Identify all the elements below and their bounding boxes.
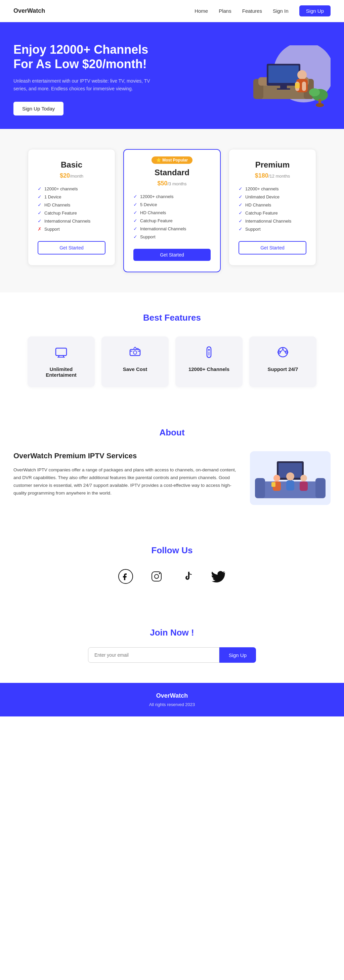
plan-price: $180/12 months [239,172,306,179]
about-image [250,451,331,505]
feature-card: Unlimited Entertaiment [27,336,95,387]
plan-card-basic: Basic$20/month✓12000+ channels✓1 Device✓… [28,149,115,266]
social-section: Follow Us [0,525,344,607]
about-heading: OverWatch Premium IPTV Services [13,451,237,461]
svg-point-23 [133,351,137,354]
svg-rect-44 [299,481,308,491]
feature-name: 12000+ Channels [182,366,236,372]
join-section: Join Now ! Sign Up [0,607,344,683]
check-icon: ✓ [133,202,137,207]
features-grid: Unlimited Entertaiment Save Cost 12000+ … [13,336,331,387]
feature-icon [256,346,310,361]
cross-icon: ✗ [38,226,41,232]
feature-icon [34,346,88,361]
plan-features: ✓12000+ channels✓1 Device✓HD Channels✓Ca… [38,186,105,232]
svg-rect-35 [315,478,325,498]
check-icon: ✓ [133,194,137,199]
join-title: Join Now ! [13,627,331,638]
nav-signin[interactable]: Sign In [273,8,288,14]
plan-feature: ✓HD Channels [133,210,211,215]
features-title: Best Features [13,313,331,323]
most-popular-badge: ⭐ Most Popular [151,156,193,164]
navbar: OverWatch Home Plans Features Sign In Si… [0,0,344,22]
plan-feature: ✓5 Device [133,202,211,207]
plan-name: Premium [239,160,306,170]
plan-features: ✓12000+ channels✓Unlimated Device✓HD Cha… [239,186,306,232]
svg-rect-18 [56,348,67,356]
footer-logo: OverWatch [13,692,331,699]
plan-cta-button[interactable]: Get Started [239,241,306,255]
plan-card-standard: ⭐ Most PopularStandard$50/3 months✓12000… [123,149,221,272]
feature-name: Save Cost [108,366,162,372]
svg-rect-34 [255,478,265,498]
plan-feature: ✓Internationnal Channels [239,218,306,224]
feature-name: Unlimited Entertaiment [34,366,88,378]
svg-rect-13 [295,83,299,88]
plan-feature: ✓12000+ channels [38,186,105,191]
email-input[interactable] [88,647,219,663]
check-icon: ✓ [239,194,242,199]
svg-point-41 [286,473,294,480]
plan-feature: ✓Support [239,226,306,232]
svg-rect-6 [268,65,299,83]
hero-left: Enjoy 12000+ Channels For As Low $20/mon… [13,42,154,116]
plan-feature: ✓Unlimated Device [239,194,306,199]
plan-feature: ✓Support [133,234,211,239]
plan-feature: ✓HD Channels [38,202,105,207]
check-icon: ✓ [133,234,137,239]
about-title: About [13,427,331,438]
svg-point-43 [300,475,307,481]
feature-card: Support 24/7 [249,336,317,387]
hero-title: Enjoy 12000+ Channels For As Low $20/mon… [13,42,154,71]
check-icon: ✓ [38,202,41,207]
plan-cta-button[interactable]: Get Started [38,241,105,255]
about-text: OverWatch Premium IPTV Services OverWatc… [13,451,237,497]
svg-point-9 [297,70,307,80]
hero-signup-button[interactable]: Sign Up Today [13,102,64,116]
plan-feature: ✓HD Channels [239,202,306,207]
check-icon: ✓ [239,226,242,232]
check-icon: ✓ [38,194,41,199]
social-title: Follow Us [13,545,331,556]
plan-feature: ✓Catchup Feature [239,210,306,216]
instagram-icon[interactable] [149,569,164,587]
footer: OverWatch All rights reserved 2023 [0,683,344,716]
plan-name: Basic [38,160,105,170]
nav-home[interactable]: Home [194,8,208,14]
feature-card: Save Cost [102,336,169,387]
svg-rect-45 [271,482,276,487]
svg-rect-42 [286,480,294,490]
svg-point-27 [208,349,210,351]
nav-plans[interactable]: Plans [219,8,231,14]
footer-copyright: All rights reserved 2023 [13,702,331,707]
plan-features: ✓12000+ channels✓5 Device✓HD Channels✓Ca… [133,194,211,239]
svg-rect-8 [277,88,290,90]
check-icon: ✓ [239,186,242,191]
plan-feature: ✓1 Device [38,194,105,199]
navbar-logo: OverWatch [13,7,45,14]
features-section: Best Features Unlimited Entertaiment Sav… [0,293,344,407]
hero-illustration [237,45,331,113]
twitter-icon[interactable] [211,569,226,587]
plan-cta-button[interactable]: Get Started [133,249,211,261]
plan-feature: ✓Internationnal Channels [38,218,105,224]
check-icon: ✓ [133,226,137,231]
plan-feature: ✓Catchup Feature [38,210,105,216]
join-signup-button[interactable]: Sign Up [219,647,256,663]
check-icon: ✓ [239,218,242,224]
plan-card-premium: Premium$180/12 months✓12000+ channels✓Un… [229,149,316,266]
nav-features[interactable]: Features [242,8,262,14]
plans-grid: Basic$20/month✓12000+ channels✓1 Device✓… [13,149,331,272]
hero-section: Enjoy 12000+ Channels For As Low $20/mon… [0,22,344,129]
svg-rect-7 [280,86,287,88]
plan-feature: ✗Support [38,226,105,232]
tiktok-icon[interactable] [180,569,195,587]
navbar-links: Home Plans Features Sign In Sign Up [194,5,331,16]
feature-icon [108,346,162,361]
plan-feature: ✓12000+ channels [239,186,306,191]
social-icons [13,569,331,587]
svg-point-15 [309,88,320,96]
plans-section: Basic$20/month✓12000+ channels✓1 Device✓… [0,129,344,293]
facebook-icon[interactable] [118,569,133,587]
navbar-signup-button[interactable]: Sign Up [299,5,331,16]
